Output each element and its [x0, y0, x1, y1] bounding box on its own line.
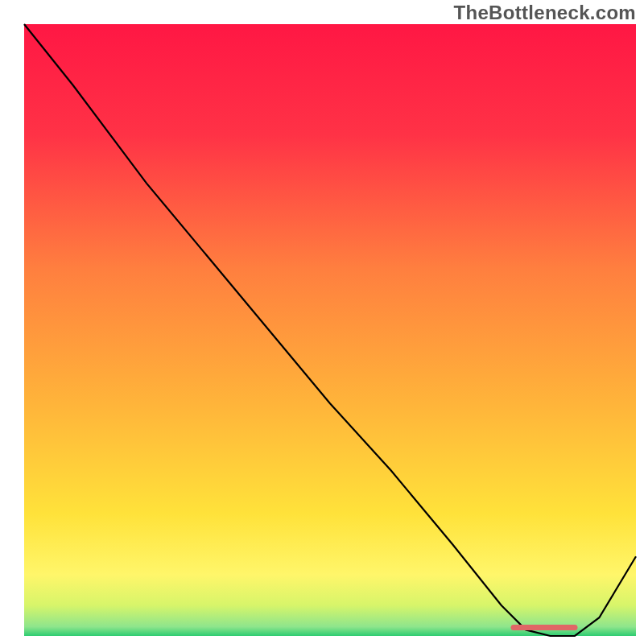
plot-background: [24, 24, 636, 636]
chart-frame: TheBottleneck.com: [0, 0, 644, 644]
chart-svg: [0, 0, 644, 644]
